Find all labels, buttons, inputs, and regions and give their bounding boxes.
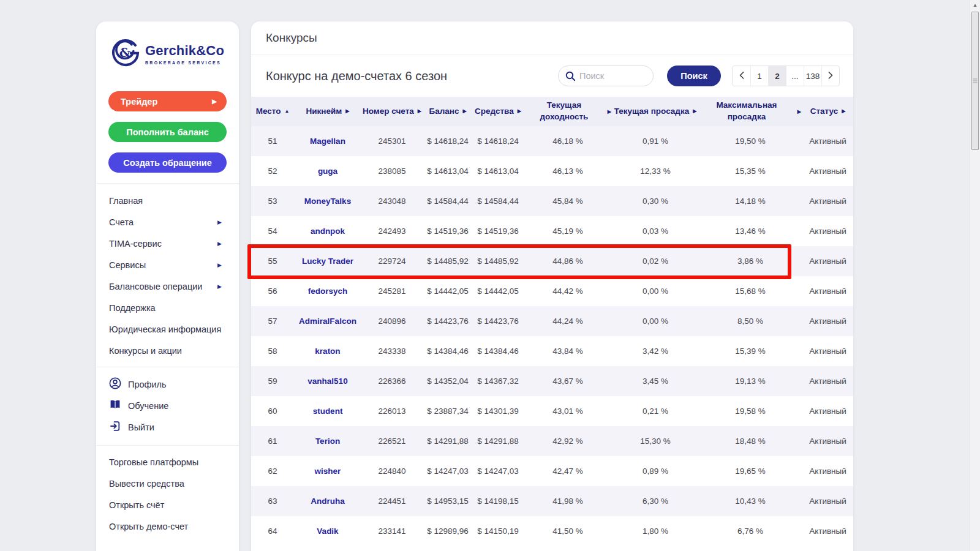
brand-name: Gerchik&Co [145, 43, 224, 59]
table-row: 64 Vadik 233141 $ 12989,96 $ 14150,19 41… [251, 516, 853, 546]
cell-nickname-link[interactable]: student [294, 396, 361, 426]
topup-balance-button[interactable]: Пополнить баланс [108, 122, 227, 142]
search-button[interactable]: Поиск [667, 66, 721, 86]
sort-icon[interactable]: ▶ [608, 109, 611, 114]
cell-nickname-link[interactable]: vanhal510 [294, 366, 361, 396]
sidebar-menu-item[interactable]: Юридическая информация [96, 318, 239, 340]
table-row: 53 MoneyTalks 243048 $ 14584,44 $ 14584,… [251, 186, 853, 216]
cell-account-number: 229724 [361, 246, 423, 276]
cell-nickname-link[interactable]: andnpok [294, 216, 361, 246]
sort-icon[interactable]: ▶ [462, 108, 466, 114]
cell-nickname-link[interactable]: fedorsych [294, 276, 361, 306]
sidebar-menu-item[interactable]: Поддержка [96, 297, 239, 318]
sidebar-menu-item[interactable]: Главная [96, 190, 239, 211]
cell-balance: $ 14519,36 [423, 216, 473, 246]
brand-logo[interactable]: & Gerchik&Co BROKERAGE SERVICES [96, 21, 239, 73]
pagination-page-last[interactable]: 138 [804, 66, 821, 86]
menu-item-label: Конкурсы и акции [109, 346, 182, 356]
table-column-header[interactable]: Место ▲ [251, 97, 294, 126]
cell-balance: $ 14613,04 [423, 156, 473, 186]
sidebar-menu-item[interactable]: TIMA-сервис ▶ [96, 233, 239, 254]
cell-status: Активный [802, 486, 853, 516]
sort-icon[interactable]: ▶ [842, 108, 845, 114]
table-body: 51 Magellan 245301 $ 14618,24 $ 14618,24… [251, 126, 853, 546]
cell-account-number: 245301 [361, 126, 423, 156]
cell-nickname-link[interactable]: MoneyTalks [294, 186, 361, 216]
logout-link[interactable]: Выйти [96, 416, 239, 438]
sort-icon[interactable]: ▶ [797, 109, 801, 114]
pagination-prev-button[interactable] [733, 66, 750, 86]
cell-current-yield: 43,67 % [523, 366, 612, 396]
cell-funds: $ 14291,88 [473, 426, 523, 456]
cell-status: Активный [802, 126, 853, 156]
trader-button[interactable]: Трейдер ▶ [108, 91, 227, 111]
cell-account-number: 226013 [361, 396, 423, 426]
sidebar-footer-link[interactable]: Открыть демо-счет [96, 515, 239, 537]
cell-place: 62 [251, 456, 294, 486]
sidebar-menu-item[interactable]: Счета ▶ [96, 211, 239, 233]
sidebar-footer-link[interactable]: Вывести средства [96, 473, 239, 494]
cell-account-number: 240896 [361, 306, 423, 336]
sort-icon[interactable]: ▶ [418, 108, 421, 114]
cell-balance: $ 14384,46 [423, 336, 473, 366]
search-box[interactable] [558, 66, 654, 86]
sidebar-footer-link[interactable]: Торговые платформы [96, 451, 239, 473]
cell-nickname-link[interactable]: Magellan [294, 126, 361, 156]
sort-icon[interactable]: ▶ [345, 108, 349, 114]
cell-nickname-link[interactable]: Terion [294, 426, 361, 456]
chevron-left-icon [739, 72, 744, 81]
sort-icon[interactable]: ▶ [518, 108, 521, 114]
cell-nickname-link[interactable]: kraton [294, 336, 361, 366]
table-column-header[interactable]: Средства ▶ [473, 97, 523, 126]
cell-balance: $ 12989,96 [423, 516, 473, 546]
table-column-header[interactable]: Статус ▶ [802, 97, 853, 126]
sort-icon[interactable]: ▶ [693, 108, 696, 114]
cell-account-number: 238085 [361, 156, 423, 186]
pagination-page-2-active[interactable]: 2 [768, 66, 786, 86]
cell-nickname-link[interactable]: Lucky Trader [294, 246, 361, 276]
pagination-next-button[interactable] [821, 66, 839, 86]
cell-current-yield: 43,84 % [523, 336, 612, 366]
table-column-header[interactable]: Текущая доходность ▶ [523, 97, 612, 126]
column-header-label: Средства [475, 106, 514, 118]
table-row: 54 andnpok 242493 $ 14519,36 $ 14519,36 … [251, 216, 853, 246]
cell-nickname-link[interactable]: Andruha [294, 486, 361, 516]
sidebar-menu-item[interactable]: Балансовые операции ▶ [96, 276, 239, 297]
table-column-header[interactable]: Баланс ▶ [423, 97, 473, 126]
sidebar-footer-link[interactable]: Открыть счёт [96, 494, 239, 515]
cell-funds: $ 14485,92 [473, 246, 523, 276]
cell-current-drawdown: 1,80 % [612, 516, 698, 546]
svg-text:&: & [119, 45, 131, 60]
sidebar-menu-item[interactable]: Сервисы ▶ [96, 254, 239, 276]
cell-nickname-link[interactable]: guga [294, 156, 361, 186]
cell-nickname-link[interactable]: Vadik [294, 516, 361, 546]
table-column-header[interactable]: Максимальная просадка ▶ [698, 97, 802, 126]
education-link[interactable]: Обучение [96, 395, 239, 416]
table-column-header[interactable]: Текущая просадка ▶ [612, 97, 698, 126]
search-input[interactable] [579, 71, 648, 81]
cell-funds: $ 14247,03 [473, 456, 523, 486]
cell-current-yield: 42,47 % [523, 456, 612, 486]
cell-funds: $ 14198,15 [473, 486, 523, 516]
sidebar-menu-item[interactable]: Конкурсы и акции [96, 340, 239, 361]
table-row: 63 Andruha 224451 $ 14953,15 $ 14198,15 … [251, 486, 853, 516]
cell-nickname-link[interactable]: AdmiralFalcon [294, 306, 361, 336]
table-column-header[interactable]: Номер счета ▶ [361, 97, 423, 126]
browser-scrollbar[interactable]: ▲ [970, 0, 980, 551]
table-row: 61 Terion 226521 $ 14291,88 $ 14291,88 4… [251, 426, 853, 456]
cell-nickname-link[interactable]: wisher [294, 456, 361, 486]
sort-icon[interactable]: ▲ [284, 108, 289, 114]
scrollbar-up-arrow-icon[interactable]: ▲ [970, 0, 980, 10]
profile-link[interactable]: Профиль [96, 373, 239, 395]
cell-balance: $ 14352,04 [423, 366, 473, 396]
cell-account-number: 243338 [361, 336, 423, 366]
scrollbar-thumb[interactable] [971, 12, 979, 150]
create-ticket-button[interactable]: Создать обращение [108, 152, 227, 173]
pagination-page-1[interactable]: 1 [750, 66, 768, 86]
table-column-header[interactable]: Никнейм ▶ [294, 97, 361, 126]
cell-max-drawdown: 19,65 % [698, 456, 802, 486]
cell-max-drawdown: 8,50 % [698, 306, 802, 336]
cell-status: Активный [802, 426, 853, 456]
menu-item-label: Поддержка [109, 303, 156, 313]
menu-item-label: Балансовые операции [109, 282, 202, 291]
